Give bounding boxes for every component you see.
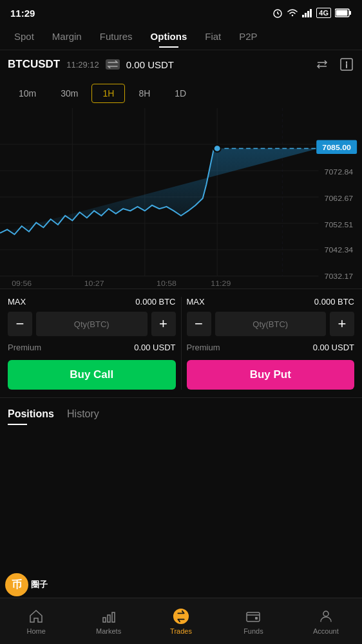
max-value-left: 0.000 BTC [135, 297, 175, 307]
status-icons: 4G [272, 8, 352, 18]
svg-text:09:56: 09:56 [12, 279, 32, 288]
tab-options[interactable]: Options [142, 26, 196, 47]
battery-icon [335, 8, 352, 17]
premium-value-right: 0.00 USDT [313, 343, 354, 352]
svg-rect-42 [247, 612, 260, 621]
tf-8h[interactable]: 8H [128, 84, 161, 103]
svg-rect-6 [310, 9, 312, 17]
positions-tabs: Positions History [0, 397, 362, 428]
chart-area: 7085.00 7072.84 7062.67 7052.51 7042.34 … [0, 108, 362, 289]
svg-rect-43 [255, 617, 258, 620]
svg-text:11:29: 11:29 [211, 279, 231, 288]
trading-section: MAX 0.000 BTC − + Premium 0.00 USDT Buy … [0, 289, 362, 397]
nav-account-label: Account [313, 627, 339, 635]
nav-home-label: Home [27, 627, 46, 635]
buy-put-col: MAX 0.000 BTC − + Premium 0.00 USDT Buy … [182, 297, 355, 390]
plus-btn-left[interactable]: + [151, 312, 176, 336]
swap-arrows-icon [315, 57, 329, 71]
bottom-nav: Home Markets Trades [0, 598, 362, 644]
tf-30m[interactable]: 30m [50, 84, 89, 103]
svg-rect-9 [336, 10, 348, 16]
logo-text: 币 [12, 578, 22, 592]
markets-icon [100, 608, 117, 625]
nav-trades-label: Trades [170, 627, 192, 635]
max-row-left: MAX 0.000 BTC [8, 297, 176, 307]
nav-account[interactable]: Account [290, 598, 362, 644]
info-icon-svg [339, 57, 354, 71]
nav-markets-label: Markets [96, 627, 121, 635]
max-label-right: MAX [187, 297, 205, 307]
nav-markets[interactable]: Markets [72, 598, 144, 644]
buy-put-button[interactable]: Buy Put [187, 360, 355, 390]
account-icon [318, 608, 334, 625]
qty-row-left: − + [8, 312, 176, 336]
svg-text:7042.34: 7042.34 [325, 245, 354, 254]
swap-icon[interactable] [314, 57, 330, 72]
svg-rect-8 [349, 11, 351, 15]
svg-rect-38 [108, 615, 110, 622]
tab-spot[interactable]: Spot [5, 26, 43, 47]
premium-label-left: Premium [8, 343, 41, 352]
ticker-balance: 0.00 USDT [126, 59, 174, 70]
transfer-icon-svg [107, 61, 119, 68]
info-icon[interactable] [339, 57, 354, 72]
svg-text:7062.67: 7062.67 [325, 194, 354, 204]
signal-icon [302, 8, 312, 17]
tab-margin[interactable]: Margin [43, 26, 91, 47]
svg-rect-37 [103, 618, 106, 622]
tf-10m[interactable]: 10m [8, 84, 47, 103]
tf-1h[interactable]: 1H [91, 84, 125, 103]
ticker-time: 11:29:12 [66, 60, 99, 70]
svg-text:10:58: 10:58 [157, 279, 176, 288]
svg-rect-4 [305, 13, 307, 17]
status-bar: 11:29 4G [0, 0, 362, 23]
ticker-actions [314, 57, 354, 72]
svg-rect-3 [302, 15, 304, 17]
nav-home[interactable]: Home [0, 598, 72, 644]
svg-text:7072.84: 7072.84 [325, 168, 354, 177]
funds-icon [245, 608, 262, 625]
tab-history[interactable]: History [67, 408, 99, 425]
price-chart: 7085.00 7072.84 7062.67 7052.51 7042.34 … [0, 108, 362, 289]
max-value-right: 0.000 BTC [314, 297, 354, 307]
premium-value-left: 0.00 USDT [134, 343, 175, 352]
qty-input-left[interactable] [36, 312, 148, 336]
buy-call-col: MAX 0.000 BTC − + Premium 0.00 USDT Buy … [8, 297, 182, 390]
home-icon [28, 608, 44, 625]
nav-funds-label: Funds [243, 627, 263, 635]
ticker-row: BTCUSDT 11:29:12 0.00 USDT [0, 50, 362, 79]
alarm-icon [272, 8, 283, 18]
tab-futures[interactable]: Futures [91, 26, 142, 47]
qty-row-right: − + [187, 312, 355, 336]
nav-trades[interactable]: Trades [145, 598, 217, 644]
svg-line-2 [278, 14, 279, 14]
tab-fiat[interactable]: Fiat [196, 26, 230, 47]
max-label-left: MAX [8, 297, 26, 307]
svg-text:7052.51: 7052.51 [325, 220, 354, 229]
ticker-symbol: BTCUSDT [8, 58, 60, 71]
max-row-right: MAX 0.000 BTC [187, 297, 355, 307]
tab-p2p[interactable]: P2P [230, 26, 266, 47]
minus-btn-right[interactable]: − [187, 312, 211, 336]
plus-btn-right[interactable]: + [330, 312, 354, 336]
svg-text:7085.00: 7085.00 [322, 143, 351, 152]
svg-rect-5 [307, 11, 309, 17]
minus-btn-left[interactable]: − [8, 312, 32, 336]
wifi-icon [287, 8, 298, 17]
tab-positions[interactable]: Positions [8, 408, 54, 425]
timeframe-tabs: 10m 30m 1H 8H 1D [0, 79, 362, 108]
network-badge: 4G [316, 8, 331, 18]
premium-row-right: Premium 0.00 USDT [187, 343, 355, 352]
nav-tabs: Spot Margin Futures Options Fiat P2P [0, 23, 362, 50]
logo-name: 圈子 [31, 579, 48, 591]
svg-rect-39 [112, 612, 115, 622]
premium-label-right: Premium [187, 343, 220, 352]
buy-call-button[interactable]: Buy Call [8, 360, 176, 390]
qty-input-right[interactable] [215, 312, 327, 336]
transfer-icon[interactable] [106, 59, 120, 70]
svg-text:10:27: 10:27 [84, 279, 104, 288]
svg-point-44 [323, 611, 329, 616]
logo-area: 币 圈子 [0, 572, 52, 598]
nav-funds[interactable]: Funds [217, 598, 289, 644]
tf-1d[interactable]: 1D [164, 84, 197, 103]
